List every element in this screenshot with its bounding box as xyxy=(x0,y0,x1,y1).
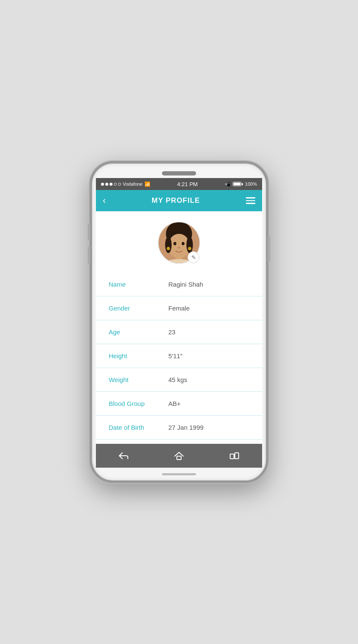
profile-field-label: Date of Birth xyxy=(109,424,168,431)
battery-percent: 100% xyxy=(245,181,257,187)
svg-point-9 xyxy=(186,237,193,253)
profile-row[interactable]: Height5′11″ xyxy=(96,344,262,368)
power-button xyxy=(268,236,270,262)
svg-rect-12 xyxy=(177,456,181,460)
svg-point-11 xyxy=(188,247,191,250)
status-bar: Vodafone 📶 4:21 PM 📲 100% xyxy=(96,178,262,190)
volume-down-button xyxy=(88,247,90,264)
profile-row[interactable]: Blood GroupAB+ xyxy=(96,392,262,416)
back-nav-button[interactable] xyxy=(114,446,133,465)
volume-up-button xyxy=(88,223,90,240)
svg-point-10 xyxy=(167,247,170,250)
status-time: 4:21 PM xyxy=(177,181,197,187)
bluetooth-icon: 📲 xyxy=(225,181,231,187)
phone-bottom xyxy=(162,468,196,480)
svg-point-3 xyxy=(173,242,176,245)
back-button[interactable]: ‹ xyxy=(103,196,106,205)
profile-field-label: Gender xyxy=(109,305,168,312)
profile-field-label: Name xyxy=(109,281,168,288)
pencil-icon: ✎ xyxy=(191,254,196,261)
svg-point-5 xyxy=(178,247,180,249)
avatar-section: ✎ xyxy=(96,211,262,273)
home-indicator xyxy=(162,473,196,475)
profile-row[interactable]: NameRagini Shah xyxy=(96,273,262,296)
menu-line-2 xyxy=(246,200,255,201)
svg-rect-13 xyxy=(235,453,239,459)
profile-rows: NameRagini ShahGenderFemaleAge23Height5′… xyxy=(96,273,262,444)
profile-field-value: AB+ xyxy=(168,400,181,407)
profile-row[interactable]: Date of Birth27 Jan 1999 xyxy=(96,416,262,440)
home-nav-button[interactable] xyxy=(170,446,188,465)
avatar-wrapper: ✎ xyxy=(158,221,200,264)
carrier-label: Vodafone xyxy=(123,181,143,187)
phone-frame: Vodafone 📶 4:21 PM 📲 100% ‹ MY PROFILE xyxy=(90,161,268,483)
profile-field-value: 27 Jan 1999 xyxy=(168,424,204,431)
profile-field-value: 23 xyxy=(168,328,176,336)
bottom-nav xyxy=(96,444,262,468)
svg-point-8 xyxy=(165,237,171,253)
dot-2 xyxy=(105,183,108,186)
dot-4 xyxy=(114,183,117,186)
battery-icon xyxy=(233,182,243,186)
profile-field-value: Female xyxy=(168,305,190,312)
profile-row[interactable]: GenderFemale xyxy=(96,296,262,320)
edit-avatar-button[interactable]: ✎ xyxy=(188,251,199,263)
svg-rect-14 xyxy=(230,454,234,459)
profile-content: ✎ NameRagini ShahGenderFemaleAge23Height… xyxy=(96,211,262,444)
dot-1 xyxy=(101,183,104,186)
dot-5 xyxy=(118,183,121,186)
profile-field-label: Weight xyxy=(109,376,168,383)
profile-row[interactable]: Weight45 kgs xyxy=(96,368,262,392)
app-header: ‹ MY PROFILE xyxy=(96,190,262,211)
signal-dots xyxy=(101,183,121,186)
menu-line-1 xyxy=(246,197,255,198)
profile-field-value: Ragini Shah xyxy=(168,281,203,288)
recents-nav-button[interactable] xyxy=(225,446,244,465)
profile-field-label: Blood Group xyxy=(109,400,168,407)
dot-3 xyxy=(110,183,113,186)
profile-row[interactable]: CountryIndia xyxy=(96,440,262,444)
phone-screen: Vodafone 📶 4:21 PM 📲 100% ‹ MY PROFILE xyxy=(96,178,262,468)
status-left: Vodafone 📶 xyxy=(101,181,150,187)
wifi-icon: 📶 xyxy=(144,181,150,187)
profile-field-value: 45 kgs xyxy=(168,376,187,383)
status-right: 📲 100% xyxy=(225,181,257,187)
profile-row[interactable]: Age23 xyxy=(96,320,262,344)
profile-field-label: Age xyxy=(109,328,168,336)
svg-point-4 xyxy=(182,242,185,245)
profile-field-label: Height xyxy=(109,352,168,359)
profile-field-value: 5′11″ xyxy=(168,352,182,359)
page-title: MY PROFILE xyxy=(152,196,200,205)
speaker xyxy=(162,171,196,175)
menu-line-3 xyxy=(246,203,255,204)
menu-button[interactable] xyxy=(246,197,255,204)
